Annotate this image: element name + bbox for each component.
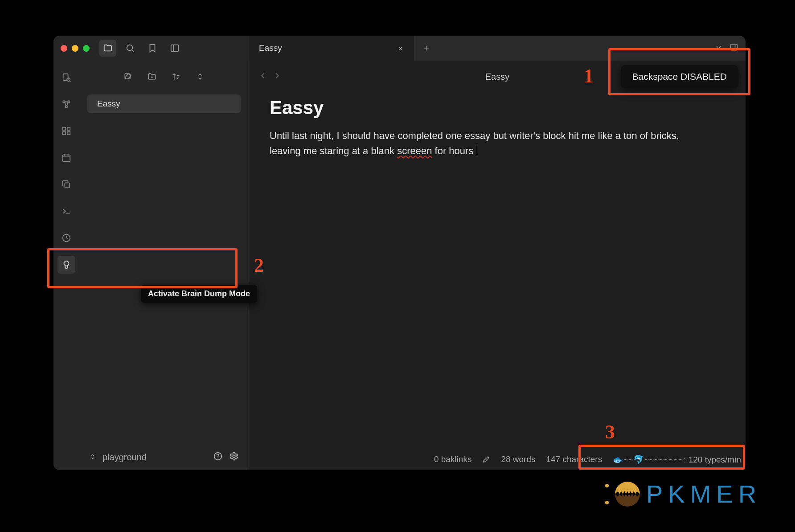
misspelled-word: screeen bbox=[397, 145, 432, 156]
file-name: Eassy bbox=[97, 99, 120, 108]
sort-icon[interactable] bbox=[168, 69, 184, 84]
titlebar: Eassy bbox=[53, 36, 746, 61]
svg-point-0 bbox=[127, 45, 133, 51]
sidebar-toggle-icon[interactable] bbox=[166, 40, 183, 57]
expand-collapse-icon[interactable] bbox=[193, 69, 208, 84]
new-tab-button[interactable] bbox=[414, 36, 439, 61]
brain-dump-tooltip: Activate Brain Dump Mode bbox=[141, 285, 257, 303]
app-body: Eassy playground Eassy Backspace DISABLE… bbox=[53, 61, 746, 470]
chevron-down-icon[interactable] bbox=[714, 43, 723, 53]
brain-dump-icon[interactable] bbox=[57, 256, 75, 274]
new-folder-icon[interactable] bbox=[144, 69, 160, 84]
svg-rect-1 bbox=[171, 45, 179, 52]
svg-rect-10 bbox=[63, 132, 66, 135]
svg-point-18 bbox=[233, 455, 235, 458]
svg-rect-3 bbox=[63, 74, 68, 81]
document-body[interactable]: Until last night, I should have complete… bbox=[270, 128, 697, 159]
copy-icon[interactable] bbox=[57, 176, 75, 193]
svg-rect-9 bbox=[67, 127, 70, 130]
grid-icon[interactable] bbox=[57, 122, 75, 140]
sidebar: Eassy playground bbox=[79, 61, 249, 470]
svg-rect-13 bbox=[65, 183, 70, 188]
window-zoom-button[interactable] bbox=[83, 45, 90, 52]
content: Eassy Backspace DISABLED Eassy Until las… bbox=[249, 61, 746, 470]
tab-close-icon[interactable] bbox=[397, 45, 404, 52]
vault-name[interactable]: playground bbox=[102, 452, 147, 462]
vault-switch-icon[interactable] bbox=[89, 452, 96, 462]
document-title[interactable]: Eassy bbox=[270, 97, 725, 119]
quick-switcher-icon[interactable] bbox=[57, 69, 75, 86]
tab-active[interactable]: Eassy bbox=[249, 36, 414, 61]
window-controls bbox=[61, 45, 90, 52]
new-note-icon[interactable] bbox=[120, 69, 135, 84]
titlebar-right bbox=[714, 36, 746, 61]
help-icon[interactable] bbox=[213, 451, 223, 463]
terminal-icon[interactable] bbox=[57, 202, 75, 220]
bookmark-icon[interactable] bbox=[144, 40, 161, 57]
svg-point-4 bbox=[67, 78, 70, 81]
nav-back-icon[interactable] bbox=[258, 71, 268, 82]
svg-rect-12 bbox=[63, 155, 70, 162]
ribbon bbox=[53, 61, 79, 470]
word-count[interactable]: 28 words bbox=[501, 454, 535, 464]
files-icon[interactable] bbox=[99, 40, 116, 57]
text-caret bbox=[474, 145, 477, 156]
clock-icon[interactable] bbox=[57, 229, 75, 247]
settings-icon[interactable] bbox=[229, 451, 239, 463]
svg-rect-2 bbox=[731, 44, 738, 50]
pkmer-logo-icon bbox=[615, 482, 640, 507]
content-header: Eassy Backspace DISABLED bbox=[249, 61, 746, 93]
graph-icon[interactable] bbox=[57, 95, 75, 113]
nav-forward-icon[interactable] bbox=[272, 71, 282, 82]
tab-label: Eassy bbox=[259, 43, 282, 53]
titlebar-left bbox=[53, 36, 249, 61]
typing-speed[interactable]: 🐟~~🐬~~~~~~~~: 120 types/min bbox=[613, 454, 741, 465]
svg-rect-8 bbox=[63, 127, 66, 130]
backspace-notification: Backspace DISABLED bbox=[621, 65, 738, 88]
svg-rect-11 bbox=[67, 132, 70, 135]
right-sidebar-toggle-icon[interactable] bbox=[729, 43, 738, 53]
file-item[interactable]: Eassy bbox=[87, 94, 241, 113]
edit-mode-icon[interactable] bbox=[482, 455, 490, 463]
tab-area: Eassy bbox=[249, 36, 714, 61]
body-text-post: for hours bbox=[432, 145, 473, 156]
app-window: Eassy bbox=[53, 36, 746, 470]
window-minimize-button[interactable] bbox=[72, 45, 78, 52]
calendar-icon[interactable] bbox=[57, 149, 75, 167]
sidebar-footer: playground bbox=[79, 444, 249, 470]
window-close-button[interactable] bbox=[61, 45, 67, 52]
breadcrumb[interactable]: Eassy bbox=[485, 72, 509, 82]
statusbar: 0 baklinks 28 words 147 characters 🐟~~🐬~… bbox=[249, 449, 746, 470]
pkmer-watermark: PKMER bbox=[605, 479, 762, 508]
editor[interactable]: Eassy Until last night, I should have co… bbox=[249, 93, 746, 449]
backlinks-count[interactable]: 0 baklinks bbox=[434, 454, 472, 464]
character-count[interactable]: 147 characters bbox=[546, 454, 602, 464]
sidebar-toolbar bbox=[79, 61, 249, 93]
svg-point-15 bbox=[64, 261, 69, 266]
watermark-text: PKMER bbox=[646, 479, 762, 508]
search-icon[interactable] bbox=[122, 40, 139, 57]
